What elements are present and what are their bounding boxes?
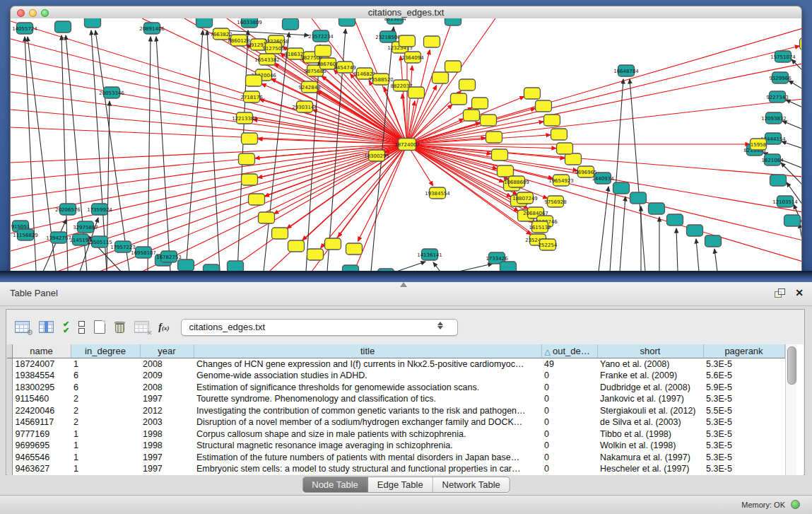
cell-pagerank: 5.3E-5 — [703, 440, 784, 452]
svg-text:23588520: 23588520 — [368, 77, 394, 83]
table-row[interactable]: 1456911722003Disruption of a novel membe… — [7, 416, 784, 428]
svg-text:15958: 15958 — [751, 142, 766, 148]
cell-year: 2012 — [140, 405, 194, 417]
row-height-button[interactable] — [78, 321, 85, 334]
svg-text:7663822: 7663822 — [210, 32, 232, 37]
cell-year: 2008 — [140, 358, 194, 370]
svg-text:20206576: 20206576 — [55, 207, 81, 213]
tab-network-table[interactable]: Network Table — [433, 477, 510, 492]
cell-gutter — [7, 393, 12, 405]
svg-text:10688609: 10688609 — [504, 180, 529, 185]
cell-out_degree: 0 — [541, 440, 597, 452]
svg-text:2718176: 2718176 — [240, 95, 263, 100]
row-gutter-header — [7, 344, 12, 358]
table-panel-title: Table Panel — [10, 282, 58, 305]
svg-text:9329966: 9329966 — [769, 76, 792, 81]
cell-pagerank: 5.3E-5 — [703, 416, 784, 428]
scrollbar-thumb[interactable] — [787, 346, 796, 385]
select-all-button[interactable]: ✔✔ — [63, 321, 69, 334]
table-zone: namein_degreeyeartitle△out_de…shortpager… — [7, 344, 804, 475]
table-row[interactable]: 1872400712008Changes of HCN gene express… — [7, 358, 784, 370]
table-row[interactable]: 911546021997Tourette syndrome. Phenomeno… — [7, 393, 784, 405]
cell-name: 14569117 — [12, 416, 71, 428]
network-canvas[interactable]: 1405572420891406160338092357223488130542… — [10, 18, 802, 271]
column-header-name[interactable]: name — [12, 344, 71, 358]
cell-pagerank: 5.3E-5 — [703, 393, 784, 405]
tab-node-table[interactable]: Node Table — [302, 477, 368, 492]
memory-indicator-icon[interactable] — [791, 500, 800, 509]
column-header-title[interactable]: title — [194, 344, 541, 358]
cell-out_degree: 0 — [541, 428, 597, 440]
window-titlebar[interactable]: citations_edges.txt — [10, 6, 802, 20]
node-table[interactable]: namein_degreeyeartitle△out_de…shortpager… — [7, 344, 785, 475]
cell-pagerank: 5.5E-5 — [703, 405, 784, 417]
function-builder-button[interactable]: f(x) — [158, 322, 169, 333]
svg-text:14055724: 14055724 — [12, 26, 37, 32]
cell-pagerank: 5.9E-5 — [703, 382, 784, 394]
svg-text:13505115: 13505115 — [87, 240, 112, 245]
svg-text:19654923: 19654923 — [548, 178, 574, 184]
cell-title: Changes of HCN gene expression and I(f) … — [194, 358, 541, 370]
column-header-short[interactable]: short — [597, 344, 703, 358]
table-content-area: ⚙ ✔✔ ✕ f(x) citations_edges.txt — [6, 309, 805, 475]
column-header-in_degree[interactable]: in_degree — [71, 344, 140, 358]
svg-text:16958107: 16958107 — [131, 250, 156, 256]
cell-in_degree: 1 — [71, 452, 140, 464]
cell-name: 9115460 — [12, 393, 71, 405]
table-row[interactable]: 969969511998Structural magnetic resonanc… — [7, 440, 784, 452]
zoom-window-button[interactable] — [41, 9, 49, 17]
cell-in_degree: 6 — [71, 382, 140, 394]
cell-pagerank: 5.3E-5 — [703, 452, 784, 464]
new-table-icon — [94, 320, 105, 334]
float-square-front — [778, 288, 785, 295]
cell-in_degree: 1 — [71, 463, 140, 475]
cell-pagerank: 5.3E-5 — [703, 463, 784, 475]
table-row[interactable]: 2242004622012Investigating the contribut… — [7, 405, 784, 417]
cell-gutter — [7, 463, 12, 475]
panel-resize-grip[interactable] — [400, 282, 407, 287]
cell-short: Tibbo et al. (1998) — [597, 428, 703, 440]
close-panel-icon[interactable]: ✕ — [795, 288, 804, 298]
table-row[interactable]: 946362711997Embryonic stem cells: a mode… — [7, 463, 784, 475]
svg-text:20684067: 20684067 — [523, 211, 548, 216]
table-tabs: Node TableEdge TableNetwork Table — [302, 477, 510, 493]
float-window-icon[interactable] — [775, 288, 785, 298]
close-window-button[interactable] — [17, 9, 25, 17]
new-table-button[interactable] — [94, 320, 105, 334]
cell-short: de Silva et al. (2003) — [597, 416, 703, 428]
cell-title: Corpus callosum shape and size in male p… — [194, 428, 541, 440]
svg-text:9696965: 9696965 — [575, 170, 596, 175]
cell-pagerank: 5.3E-5 — [703, 428, 784, 440]
table-row[interactable]: 1830029562008Estimation of significance … — [7, 382, 784, 394]
table-row[interactable]: 1938455462009Genome-wide association stu… — [7, 370, 784, 382]
table-row[interactable]: 946554611997Estimation of the future num… — [7, 452, 784, 464]
cell-out_degree: 0 — [541, 393, 597, 405]
cell-gutter — [7, 416, 12, 428]
cell-out_degree: 0 — [541, 370, 597, 382]
cell-title: Genome-wide association studies in ADHD. — [194, 370, 541, 382]
svg-text:20891406: 20891406 — [139, 26, 165, 32]
cell-title: Estimation of significance thresholds fo… — [194, 382, 541, 394]
tab-edge-table[interactable]: Edge Table — [368, 477, 433, 492]
network-window: citations_edges.txt 14055724208914061603… — [10, 6, 802, 271]
svg-text:18807249: 18807249 — [512, 196, 538, 201]
column-visibility-button[interactable] — [39, 321, 54, 333]
delete-button[interactable] — [114, 321, 125, 334]
table-options-button[interactable]: ⚙ — [15, 321, 30, 333]
svg-text:1621064: 1621064 — [761, 158, 784, 163]
table-body: 1872400712008Changes of HCN gene express… — [7, 358, 784, 475]
column-header-pagerank[interactable]: pagerank — [703, 344, 784, 358]
svg-text:17359924: 17359924 — [87, 207, 112, 213]
cell-in_degree: 1 — [71, 428, 140, 440]
svg-text:16543382: 16543382 — [254, 57, 280, 63]
svg-text:8454749: 8454749 — [334, 65, 355, 71]
vertical-scrollbar[interactable] — [785, 344, 796, 475]
network-svg[interactable]: 1405572420891406160338092357223488130542… — [11, 18, 801, 271]
table-selector-dropdown[interactable]: citations_edges.txt — [181, 319, 458, 336]
window-title: citations_edges.txt — [11, 6, 801, 18]
column-header-out_degree[interactable]: △out_de… — [541, 344, 597, 358]
svg-text:16648784: 16648784 — [613, 69, 639, 74]
minimize-window-button[interactable] — [29, 9, 37, 17]
column-header-year[interactable]: year — [140, 344, 194, 358]
table-row[interactable]: 977716911998Corpus callosum shape and si… — [7, 428, 784, 440]
